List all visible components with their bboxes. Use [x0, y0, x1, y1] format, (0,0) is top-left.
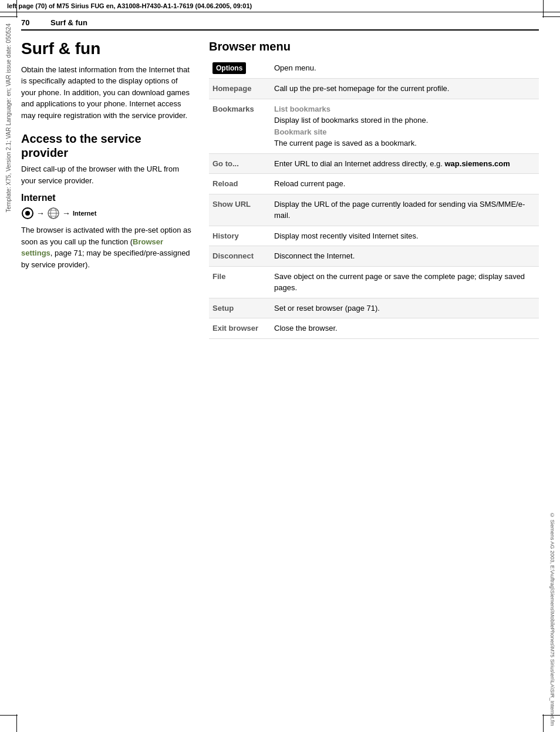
menu-value-cell: Save object on the current page or save … [271, 266, 539, 298]
right-column: Browser menu OptionsOpen menu.HomepageCa… [209, 40, 539, 339]
internet-body-text: The browser is activated with the pre-se… [21, 224, 191, 270]
left-sidebar-text: Template: X75, Version 2.1; VAR Language… [5, 23, 12, 213]
corner-mark-tr [543, 0, 544, 18]
circle-button-icon [21, 207, 34, 220]
page-header: 70 Surf & fun [21, 18, 539, 31]
arrow-icon-1: → [36, 209, 45, 218]
browser-menu-table: OptionsOpen menu.HomepageCall up the pre… [209, 58, 539, 339]
internet-title: Internet [21, 192, 191, 203]
sub-menu-text: Display list of bookmarks stored in the … [274, 116, 428, 125]
menu-key-cell: History [209, 226, 271, 246]
corner-mark-bl [16, 714, 17, 732]
table-row: Exit browserClose the browser. [209, 318, 539, 339]
top-header: left page (70) of M75 Sirius FUG en, A31… [0, 0, 560, 12]
menu-value-cell: Call up the pre-set homepage for the cur… [271, 79, 539, 99]
menu-key-cell: Exit browser [209, 318, 271, 339]
menu-value-cell: List bookmarksDisplay list of bookmarks … [271, 99, 539, 153]
menu-key-cell: Go to... [209, 153, 271, 174]
corner-mark-h-tl [0, 16, 18, 17]
menu-value-cell: Enter URL to dial an Internet address di… [271, 153, 539, 174]
menu-key-cell: Setup [209, 298, 271, 318]
main-title: Surf & fun [21, 40, 191, 58]
svg-point-1 [25, 211, 30, 216]
table-row: SetupSet or reset browser (page 71). [209, 298, 539, 318]
menu-value-cell: Display most recently visited Internet s… [271, 226, 539, 246]
table-row: HomepageCall up the pre-set homepage for… [209, 79, 539, 99]
access-title: Access to the service provider [21, 132, 191, 160]
page-number: 70 [21, 18, 39, 27]
internet-icon-row: → → Internet [21, 207, 191, 220]
table-row: OptionsOpen menu. [209, 58, 539, 79]
menu-value-cell: Reload current page. [271, 174, 539, 194]
menu-key-cell: File [209, 266, 271, 298]
options-badge: Options [212, 62, 246, 74]
right-sidebar: © Siemens AG 2003, E:\Auftrag\Siemens\Mo… [544, 18, 560, 732]
main-content: 70 Surf & fun Surf & fun Obtain the late… [21, 12, 539, 339]
table-row: Go to...Enter URL to dial an Internet ad… [209, 153, 539, 174]
menu-key-cell: Bookmarks [209, 99, 271, 153]
table-row: BookmarksList bookmarksDisplay list of b… [209, 99, 539, 153]
left-column: Surf & fun Obtain the latest information… [21, 40, 191, 339]
menu-value-cell: Display the URL of the page currently lo… [271, 194, 539, 226]
access-text: Direct call-up of the browser with the U… [21, 163, 191, 186]
sub-menu-text: The current page is saved as a bookmark. [274, 139, 417, 147]
arrow-icon-2: → [62, 209, 70, 218]
table-row: FileSave object on the current page or s… [209, 266, 539, 298]
corner-mark-tl [16, 0, 17, 18]
menu-key-cell: Options [209, 58, 271, 79]
right-sidebar-text: © Siemens AG 2003, E:\Auftrag\Siemens\Mo… [548, 512, 555, 726]
sub-menu-label: Bookmark site [274, 126, 535, 138]
sub-menu-label: List bookmarks [274, 103, 535, 115]
table-row: ReloadReload current page. [209, 174, 539, 194]
menu-key-cell: Reload [209, 174, 271, 194]
table-row: Show URLDisplay the URL of the page curr… [209, 194, 539, 226]
table-row: DisconnectDisconnect the Internet. [209, 246, 539, 267]
two-col-layout: Surf & fun Obtain the latest information… [21, 40, 539, 339]
intro-text: Obtain the latest information from the I… [21, 64, 191, 122]
menu-value-cell: Open menu. [271, 58, 539, 79]
left-sidebar: Template: X75, Version 2.1; VAR Language… [0, 18, 16, 732]
browser-menu-title: Browser menu [209, 40, 539, 53]
menu-value-cell: Close the browser. [271, 318, 539, 339]
menu-key-cell: Disconnect [209, 246, 271, 267]
menu-key-cell: Homepage [209, 79, 271, 99]
globe-icon [47, 207, 60, 220]
internet-nav-label: Internet [73, 210, 96, 217]
menu-value-cell: Disconnect the Internet. [271, 246, 539, 267]
internet-body-1: The browser is activated with the pre-se… [21, 226, 191, 246]
menu-key-cell: Show URL [209, 194, 271, 226]
header-text: left page (70) of M75 Sirius FUG en, A31… [7, 2, 252, 9]
bold-url: wap.siemens.com [444, 159, 510, 168]
table-row: HistoryDisplay most recently visited Int… [209, 226, 539, 246]
corner-mark-h-tr [542, 16, 560, 17]
menu-value-cell: Set or reset browser (page 71). [271, 298, 539, 318]
page-title-header: Surf & fun [50, 18, 87, 27]
